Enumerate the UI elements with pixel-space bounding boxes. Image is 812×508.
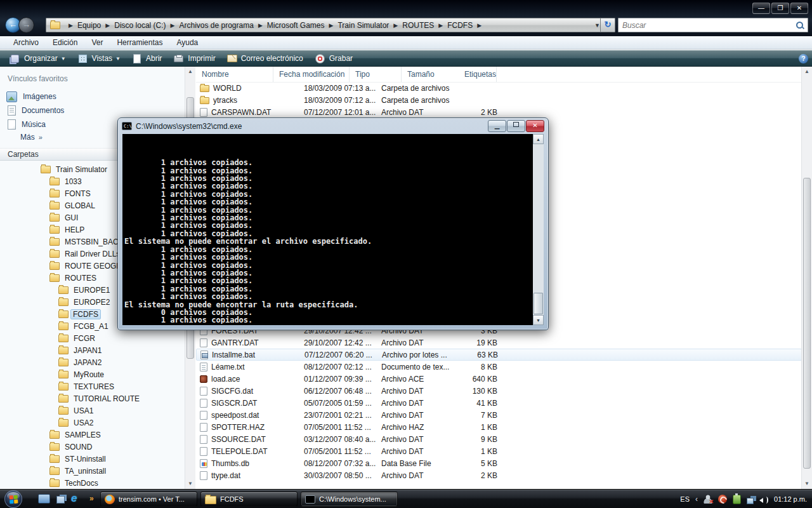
refresh-button[interactable]: ↻ (600, 18, 615, 32)
file-row[interactable]: Installme.bat 07/12/2007 06:20 ... Archi… (196, 349, 802, 361)
minimize-button[interactable]: — (752, 3, 770, 14)
tray-expand-icon[interactable]: ‹ (695, 495, 698, 504)
help-icon[interactable]: ? (799, 54, 808, 64)
file-row[interactable]: speedpost.dat 23/07/2001 02:21 ... Archi… (196, 409, 802, 421)
antivirus-icon[interactable] (718, 495, 727, 504)
search-box[interactable] (618, 18, 808, 32)
tree-item[interactable]: USA2 (0, 417, 195, 429)
start-button[interactable] (4, 490, 22, 508)
internet-explorer-icon[interactable]: e (71, 493, 82, 504)
breadcrumb-segment[interactable]: FCDFS▶ (447, 21, 486, 30)
switch-windows-icon[interactable] (56, 496, 65, 504)
tree-item[interactable]: TEXTURES (0, 380, 195, 392)
file-row[interactable]: load.ace 01/12/2007 09:39 ... Archivo AC… (196, 373, 802, 385)
file-row[interactable]: SPOTTER.HAZ 07/05/2001 11:52 ... Archivo… (196, 421, 802, 433)
close-button[interactable]: ✕ (526, 120, 544, 132)
quick-launch-overflow-icon[interactable]: » (89, 494, 94, 503)
restore-button[interactable]: ❐ (771, 3, 789, 14)
breadcrumb[interactable]: ▶ Equipo▶ Disco local (C:)▶ Archivos de … (46, 18, 605, 32)
cmd-titlebar[interactable]: C:\ C:\Windows\system32\cmd.exe ▁ ✕ (118, 118, 548, 134)
scroll-up-icon[interactable]: ▲ (533, 134, 544, 144)
column-header[interactable]: Fecha modificación (273, 67, 350, 82)
file-row[interactable]: Léame.txt 08/12/2007 02:12 ... Documento… (196, 361, 802, 373)
breadcrumb-segment[interactable]: Disco local (C:)▶ (114, 21, 179, 30)
taskbar-button[interactable]: trensim.com • Ver T... (100, 491, 197, 507)
menu-item[interactable]: Herramientas (110, 38, 169, 47)
scroll-down-icon[interactable]: ▼ (185, 479, 195, 489)
console-line: 1 archivos copiados. (124, 198, 531, 206)
toolbar-button[interactable]: Correo electrónico ▼ (221, 51, 309, 65)
toolbar-button[interactable]: Vistas ▼ (72, 51, 126, 65)
cmd-window[interactable]: C:\ C:\Windows\system32\cmd.exe ▁ ✕ 1 ar… (117, 117, 549, 330)
scroll-down-icon[interactable]: ▼ (802, 479, 812, 489)
scroll-up-icon[interactable]: ▲ (185, 67, 195, 77)
tree-item[interactable]: ST-Uninstall (0, 453, 195, 465)
file-row[interactable]: SSOURCE.DAT 03/12/2007 08:40 a... Archiv… (196, 433, 802, 445)
tree-item[interactable]: TUTORIAL ROUTE (0, 392, 195, 404)
tree-item[interactable]: SAMPLES (0, 429, 195, 441)
column-header[interactable]: Nombre (196, 67, 273, 82)
tree-item[interactable]: JAPAN2 (0, 356, 195, 368)
scrollbar-thumb[interactable] (803, 178, 811, 469)
menu-item[interactable]: Ayuda (169, 38, 205, 47)
forward-button[interactable]: → (18, 17, 34, 33)
scroll-up-icon[interactable]: ▲ (802, 67, 812, 77)
tree-item[interactable]: USA1 (0, 404, 195, 417)
minimize-button[interactable]: ▁ (488, 120, 506, 132)
console-scrollbar[interactable]: ▲ ▼ (533, 134, 544, 325)
file-row[interactable]: SIGSCR.DAT 05/07/2005 01:59 ... Archivo … (196, 397, 802, 409)
battery-icon[interactable] (733, 495, 741, 504)
tree-item[interactable]: FCGR (0, 332, 195, 344)
tree-item[interactable]: SOUND (0, 441, 195, 453)
search-icon[interactable] (795, 20, 805, 30)
toolbar-button[interactable]: Imprimir ▼ (167, 51, 221, 65)
network-icon[interactable] (747, 498, 754, 504)
toolbar-button[interactable]: Grabar ▼ (309, 51, 358, 65)
taskbar-button[interactable]: FCDFS (200, 491, 298, 507)
language-indicator[interactable]: ES (680, 495, 690, 503)
file-row[interactable]: ytracks 18/03/2009 07:12 a... Carpeta de… (196, 94, 802, 106)
breadcrumb-segment[interactable]: Train Simulator▶ (337, 21, 402, 30)
scrollbar-thumb[interactable] (534, 293, 543, 314)
file-row[interactable]: TELEPOLE.DAT 07/05/2001 11:52 ... Archiv… (196, 445, 802, 457)
column-header[interactable]: Tamaño (402, 67, 459, 82)
file-row[interactable]: SIGCFG.dat 06/12/2007 06:48 ... Archivo … (196, 385, 802, 397)
favorite-link[interactable]: Imágenes (0, 90, 195, 104)
list-scrollbar[interactable]: ▲ ▼ (801, 67, 812, 489)
file-row[interactable]: WORLD 18/03/2009 07:13 a... Carpeta de a… (196, 82, 802, 94)
maximize-button[interactable] (507, 120, 525, 132)
taskbar-button[interactable]: C:\Windows\system... (301, 491, 398, 507)
messenger-offline-icon[interactable] (704, 495, 712, 504)
chevron-right-icon: ▶ (171, 22, 175, 29)
clock[interactable]: 01:12 p.m. (774, 495, 807, 503)
tree-item[interactable]: TA_uninstall (0, 465, 195, 477)
toolbar-button[interactable]: Abrir ▼ (126, 51, 167, 65)
breadcrumb-segment[interactable]: Equipo▶ (77, 21, 114, 30)
favorite-link[interactable]: Documentos (0, 104, 195, 117)
file-row[interactable]: Thumbs.db 08/12/2007 07:32 a... Data Bas… (196, 457, 802, 469)
volume-icon[interactable] (759, 495, 768, 504)
file-row[interactable]: CARSPAWN.DAT 07/12/2007 12:01 a... Archi… (196, 106, 802, 118)
search-input[interactable] (619, 21, 795, 30)
close-button[interactable]: ✕ (790, 3, 808, 14)
favorites-more-link[interactable]: Más» (20, 133, 43, 142)
tree-item[interactable]: TechDocs (0, 477, 195, 489)
column-header[interactable]: Tipo (350, 67, 402, 82)
breadcrumb-segment[interactable]: Microsoft Games▶ (267, 21, 338, 30)
favorites-title: Vínculos favoritos (8, 74, 68, 83)
file-icon (200, 375, 207, 383)
console-area[interactable]: 1 archivos copiados. 1 archivos copiados… (122, 134, 544, 325)
show-desktop-icon[interactable] (38, 494, 50, 504)
column-header[interactable]: Etiquetas (459, 67, 497, 82)
menu-item[interactable]: Edición (46, 38, 84, 47)
menu-item[interactable]: Archivo (6, 38, 46, 47)
tree-item[interactable]: JAPAN1 (0, 344, 195, 356)
file-row[interactable]: GANTRY.DAT 29/10/2007 12:42 ... Archivo … (196, 337, 802, 349)
menu-item[interactable]: Ver (84, 38, 110, 47)
breadcrumb-segment[interactable]: ROUTES▶ (402, 21, 447, 30)
file-row[interactable]: ttype.dat 30/03/2007 08:50 ... Archivo D… (196, 469, 802, 481)
toolbar-button[interactable]: Organizar ▼ (4, 51, 72, 65)
tree-item[interactable]: MyRoute (0, 368, 195, 380)
breadcrumb-segment[interactable]: Archivos de programa▶ (180, 21, 267, 30)
scroll-down-icon[interactable]: ▼ (533, 315, 544, 325)
